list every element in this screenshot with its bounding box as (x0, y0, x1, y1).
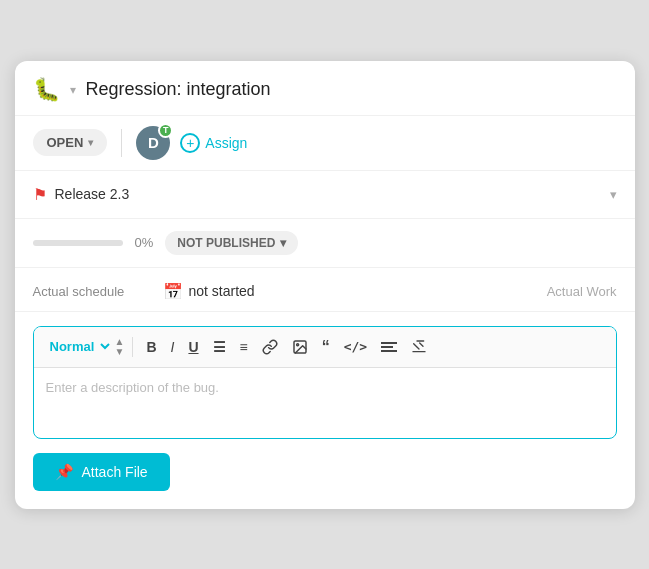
header-row: 🐛 ▾ (15, 61, 635, 116)
toolbar-row: OPEN ▾ D T + Assign (15, 116, 635, 171)
avatar-wrapper: D T (136, 126, 170, 160)
main-card: 🐛 ▾ OPEN ▾ D T + Assign ⚑ Release 2.3 ▾ (15, 61, 635, 509)
attach-row: 📌 Attach File (15, 453, 635, 509)
paperclip-icon: 📌 (55, 463, 74, 481)
release-row: ⚑ Release 2.3 ▾ (15, 171, 635, 219)
editor-placeholder: Enter a description of the bug. (46, 380, 219, 395)
editor-toolbar: Normal ▲▼ B I U ☰ ≡ “ </> (34, 327, 616, 368)
underline-button[interactable]: U (183, 336, 203, 358)
editor-content[interactable]: Enter a description of the bug. (34, 368, 616, 438)
not-started-label: not started (189, 283, 255, 299)
not-published-button[interactable]: NOT PUBLISHED ▾ (165, 231, 298, 255)
align-button[interactable] (376, 338, 402, 356)
ordered-list-button[interactable]: ☰ (208, 336, 231, 358)
unordered-list-button[interactable]: ≡ (235, 336, 253, 358)
actual-schedule-label: Actual schedule (33, 284, 163, 299)
not-published-caret: ▾ (280, 236, 286, 250)
progress-percent: 0% (135, 235, 154, 250)
schedule-value: 📅 not started (163, 282, 255, 301)
actual-work-label: Actual Work (547, 284, 617, 299)
schedule-row: Actual schedule 📅 not started Actual Wor… (15, 268, 635, 312)
image-button[interactable] (287, 336, 313, 358)
format-select-wrapper: Normal ▲▼ (44, 337, 134, 357)
clear-format-button[interactable] (406, 336, 432, 358)
link-button[interactable] (257, 336, 283, 358)
status-label: OPEN (47, 135, 84, 150)
bug-icon: 🐛 (33, 77, 60, 103)
calendar-icon: 📅 (163, 282, 183, 301)
attach-file-button[interactable]: 📌 Attach File (33, 453, 170, 491)
chevron-icon[interactable]: ▾ (70, 83, 76, 97)
format-arrows: ▲▼ (115, 337, 125, 357)
attach-label: Attach File (82, 464, 148, 480)
format-select[interactable]: Normal (44, 338, 113, 355)
title-input[interactable] (86, 79, 617, 100)
status-caret: ▾ (88, 137, 93, 148)
bold-button[interactable]: B (141, 336, 161, 358)
plus-circle-icon: + (180, 133, 200, 153)
svg-point-1 (296, 343, 298, 345)
status-button[interactable]: OPEN ▾ (33, 129, 108, 156)
quote-button[interactable]: “ (317, 335, 335, 359)
code-button[interactable]: </> (339, 336, 372, 357)
avatar-badge: T (158, 123, 173, 138)
release-caret[interactable]: ▾ (610, 187, 617, 202)
progress-row: 0% NOT PUBLISHED ▾ (15, 219, 635, 268)
editor-area: Normal ▲▼ B I U ☰ ≡ “ </> (33, 326, 617, 439)
release-label: Release 2.3 (55, 186, 610, 202)
progress-track (33, 240, 123, 246)
flag-icon: ⚑ (33, 185, 47, 204)
assign-button[interactable]: + Assign (180, 133, 247, 153)
italic-button[interactable]: I (166, 336, 180, 358)
divider (121, 129, 122, 157)
